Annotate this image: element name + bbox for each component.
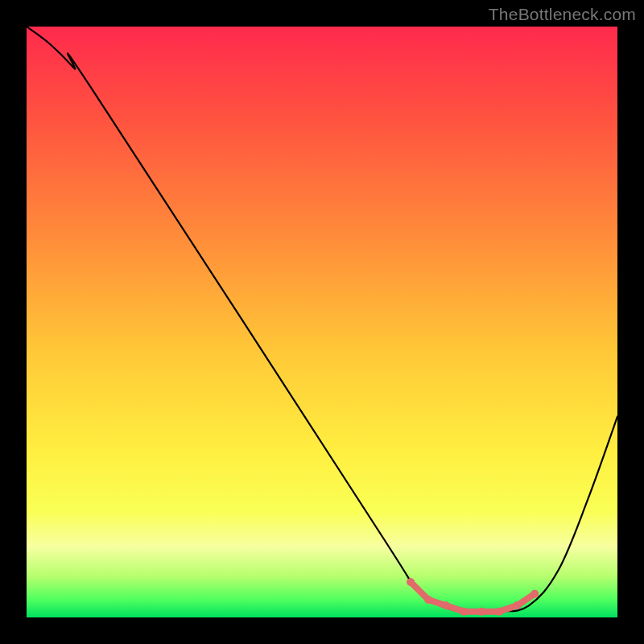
marker-dot	[530, 590, 539, 598]
marker-dot	[442, 601, 450, 609]
marker-dot	[407, 578, 415, 586]
curve-layer	[27, 27, 617, 617]
watermark-text: TheBottleneck.com	[489, 5, 636, 24]
optimal-range-line	[411, 582, 535, 612]
marker-dot	[495, 608, 503, 616]
chart-container: TheBottleneck.com	[0, 0, 644, 644]
marker-dot	[513, 601, 521, 609]
optimal-range-dots	[407, 578, 539, 616]
marker-dot	[460, 608, 468, 616]
marker-dot	[424, 596, 432, 604]
plot-area	[27, 27, 617, 617]
bottleneck-curve	[27, 27, 617, 613]
marker-dot	[477, 608, 485, 616]
